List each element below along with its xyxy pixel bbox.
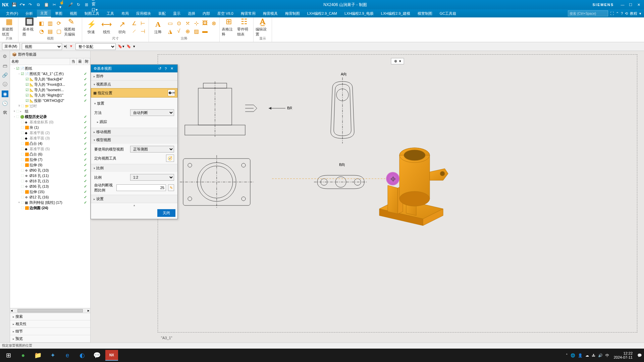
minimize-icon[interactable]: — [619, 3, 626, 7]
taskbar-wechat[interactable]: 💬 [91, 350, 103, 361]
tree-row[interactable]: ☐⭘Ø18 孔 (11)✓ [10, 173, 90, 178]
dialog-header[interactable]: ⚙ 基本视图 ↺ ? ✕ [91, 65, 177, 72]
view-edit-button[interactable]: ✎视图相关编辑 [64, 19, 78, 36]
filter-icon[interactable]: ▾| [64, 44, 67, 49]
dialog-close-icon[interactable]: ✕ [169, 66, 175, 71]
specify-location-row[interactable]: ▦ 指定位置 �তে [91, 88, 177, 98]
method-select[interactable]: 自动判断 [130, 109, 174, 116]
chamfer-dim-icon[interactable]: ⟋ [130, 27, 138, 35]
tutorial-link[interactable]: 教程 [630, 11, 637, 16]
menu-lxh-model[interactable]: LXH编程2.9_建模 [378, 10, 414, 17]
autoscale-wand-icon[interactable]: ✎ [168, 184, 174, 191]
tree-row[interactable]: ☑📐导入的 "Back@4"✓ [10, 76, 90, 82]
tree-row[interactable]: +☐▫组 [10, 109, 90, 114]
section-origin[interactable]: 视图原点 [91, 80, 177, 88]
target-point-icon[interactable]: ⊕ [184, 27, 191, 35]
tree-row[interactable]: -☐🟢模型历史记录✓ [10, 114, 90, 119]
menu-meilei1[interactable]: 梅雷常用 [237, 10, 259, 17]
surface-finish-icon[interactable]: √ [175, 27, 182, 35]
tree-row[interactable]: ☑📐导入的 "Right@1"✓ [10, 93, 90, 98]
col-attach[interactable]: 附 [84, 58, 90, 65]
hatch-icon[interactable]: ▨ [193, 27, 200, 35]
autoscale-input[interactable] [116, 184, 166, 191]
tree-row[interactable]: ☐🟧凸台 (6)✓ [10, 152, 90, 157]
angular-dim-icon[interactable]: ∠ [130, 19, 138, 27]
taskbar-edge[interactable]: ● [17, 350, 30, 361]
tray-globe-icon[interactable]: 🌐 [571, 353, 575, 358]
maximize-icon[interactable]: ☐ [627, 3, 634, 7]
assembly-navigator-icon[interactable]: 🗃 [2, 62, 8, 69]
tree-row[interactable]: ☐🟧拉伸 (7)✓ [10, 157, 90, 162]
dialog-help-icon[interactable]: ? [163, 67, 169, 71]
menu-button[interactable]: 菜单(M) [2, 43, 20, 50]
tree-row[interactable]: ☐◆基准平面 (2)✓ [10, 130, 90, 135]
datum-icon[interactable]: ◮ [166, 27, 174, 35]
tree-row[interactable]: ☐⭘Ø90 孔 (10)✓ [10, 168, 90, 173]
image-icon[interactable]: 🖼 [201, 19, 209, 27]
history-icon[interactable]: 🕓 [2, 100, 8, 107]
dialog-reset-icon[interactable]: ↺ [157, 66, 163, 71]
update-view-icon[interactable]: ⟳ [55, 19, 63, 27]
tree-row[interactable]: ☑📐导入的 "Isometri...✓ [10, 87, 90, 93]
table-note-button[interactable]: ⊞表格注释 [222, 19, 236, 36]
feature-control-icon[interactable]: ▭ [166, 19, 174, 27]
tree-row[interactable]: ☐◆基准平面 (3)✓ [10, 135, 90, 141]
redo-icon[interactable]: ↷ [27, 2, 33, 8]
radial-dim-button[interactable]: ↗径向 [115, 19, 129, 36]
view-orient-control[interactable]: ⊕▾ [391, 58, 404, 64]
tree-row[interactable]: ☑📐导入的 "Front@3...✓ [10, 82, 90, 87]
taskbar-ie[interactable]: e [61, 350, 74, 361]
section-placement[interactable]: 放置 [94, 100, 174, 107]
menu-assembly[interactable]: 装配 [155, 10, 169, 17]
menu-select[interactable]: 选择 [184, 10, 199, 17]
parts-list-button[interactable]: ☷零件明细表 [237, 19, 251, 36]
tree-row[interactable]: ☐⭘Ø36 孔 (13)✓ [10, 184, 90, 189]
up-icon[interactable]: ⌃ [616, 11, 619, 16]
taskbar-explorer[interactable]: 📁 [32, 350, 44, 361]
detail-view-icon[interactable]: ◔ [38, 27, 45, 35]
tree-row[interactable]: ?☐📁过时 [10, 103, 90, 109]
hd3d-icon[interactable]: ◉ [2, 90, 8, 97]
base-view-button[interactable]: 🔲基本视图 [22, 19, 37, 36]
repeat-icon[interactable]: ↻ [75, 2, 82, 8]
window-icon[interactable]: ⊞ [84, 2, 90, 8]
weld-symbol-icon[interactable]: ⤱ [184, 19, 191, 27]
tray-up-icon[interactable]: ˄ [566, 353, 568, 358]
part-navigator-icon[interactable]: ⚙ [2, 53, 8, 60]
constraint-navigator-icon[interactable]: 🔗 [2, 72, 8, 78]
edit-settings-button[interactable]: A̲编辑设置 [256, 19, 270, 36]
balloon-icon[interactable]: ⊙ [175, 19, 182, 27]
menu-gc-toolbox[interactable]: GC工具箱 [436, 10, 460, 17]
footer-search[interactable]: 搜索 [10, 313, 90, 320]
window-menu-icon[interactable]: ⊡ 窗口▾ [92, 2, 98, 8]
menu-internal[interactable]: 内部 [199, 10, 213, 17]
col-current[interactable]: 当 [70, 58, 77, 65]
filter-select-1[interactable]: 视图 [22, 43, 62, 50]
menu-sketch[interactable]: 草图 [52, 10, 66, 17]
tree-row[interactable]: -☑📄图纸页 "A3_1" (工作)✓ [10, 71, 90, 76]
menu-view[interactable]: 视图 [66, 10, 80, 17]
tree-row[interactable]: ☐🟧凸台 (4)✓ [10, 141, 90, 146]
tree-row[interactable]: ☐⭘Ø12 孔 (16)✓ [10, 194, 90, 200]
menu-layout[interactable]: 布局 [118, 10, 132, 17]
break-view-icon[interactable]: ▤ [47, 27, 54, 35]
tray-notifications-icon[interactable]: 💬 [637, 353, 642, 358]
tree-row[interactable]: -☑📄图纸 [10, 66, 90, 71]
undo-icon[interactable]: ↶▾ [19, 2, 25, 8]
ordinate-dim-icon[interactable]: ⊢ [139, 19, 147, 27]
footer-preview[interactable]: 预览 [10, 335, 90, 343]
linear-dim-button[interactable]: ⟷线性 [100, 19, 114, 36]
menu-home[interactable]: 主页 [37, 10, 51, 17]
sel-tool-3-icon[interactable]: ▾ [133, 44, 135, 49]
sel-tool-2-icon[interactable]: 🔖 [126, 44, 131, 49]
cut-icon[interactable]: ✂ [51, 2, 57, 8]
search-input[interactable] [568, 10, 608, 16]
roles-icon[interactable]: 🛠 [2, 109, 8, 116]
tray-user-icon[interactable]: 👤 [578, 353, 583, 358]
rapid-dim-button[interactable]: ⚡快速 [84, 19, 98, 36]
scale-select[interactable]: 1:2 [130, 174, 174, 181]
projected-view-icon[interactable]: ◧ [38, 19, 45, 27]
tree-row[interactable]: ☐◆基准平面 (5)✓ [10, 146, 90, 152]
section-settings[interactable]: 设置 [91, 195, 177, 203]
centerline-icon[interactable]: ⊹ [193, 19, 200, 27]
